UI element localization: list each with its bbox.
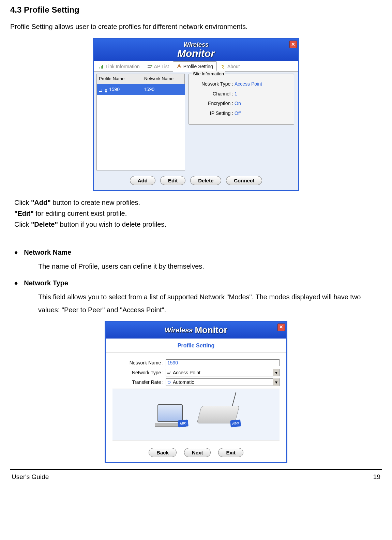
dialog-subtitle: Profile Setting [106, 339, 286, 353]
value-encryption: On [235, 100, 241, 107]
cell-profile-name: 1590 [109, 86, 120, 93]
label-ip-setting: IP Setting : [192, 109, 235, 117]
label-network-type: Network Type : [112, 369, 166, 376]
chevron-down-icon[interactable]: ▾ [273, 378, 279, 386]
intro-text: Profile Setting allows user to create pr… [10, 21, 382, 32]
tab-label: Link Information [106, 63, 140, 70]
cell-network-name: 1590 [142, 84, 185, 94]
ap-list-icon [147, 64, 153, 69]
footer-left: User's Guide [12, 472, 49, 482]
next-button[interactable]: Next [184, 448, 211, 457]
bullet-network-name: Network Name [24, 249, 71, 256]
column-profile-name[interactable]: Profile Name [97, 74, 142, 84]
tab-label: AP List [154, 63, 169, 70]
tab-about[interactable]: About [217, 61, 244, 72]
profile-list: Profile Name Network Name 1590 1590 [96, 74, 185, 170]
svg-point-4 [223, 68, 224, 69]
ap-icon [166, 371, 172, 375]
svg-point-3 [178, 64, 180, 66]
tab-bar: Link Information AP List Profile Setting… [94, 61, 298, 72]
footer-divider [10, 469, 382, 470]
illustration: ABC ABC [112, 389, 280, 440]
bullet-network-name-body: The name of Profile, users can define it… [38, 260, 382, 273]
value-network-type: Access Point [235, 80, 262, 88]
label-transfer-rate: Transfer Rate : [112, 378, 166, 386]
section-heading: 4.3 Profile Setting [10, 3, 382, 16]
exit-button[interactable]: Exit [218, 448, 243, 457]
abc-badge: ABC [230, 420, 241, 427]
laptop-icon: ABC [155, 404, 185, 425]
tab-link-information[interactable]: Link Information [95, 61, 144, 72]
table-row[interactable]: 1590 1590 [96, 84, 185, 95]
logo-bottom: Monitor [177, 48, 215, 59]
svg-rect-5 [99, 91, 102, 92]
abc-badge: ABC [178, 420, 189, 427]
group-legend: Site Information [192, 71, 225, 78]
ap-icon [99, 87, 103, 91]
column-network-name[interactable]: Network Name [142, 74, 185, 84]
bullet-network-type-body: This field allows you to select from a l… [38, 290, 382, 316]
dropdown-value: Access Point [172, 369, 273, 376]
dropdown-value: Automatic [172, 378, 273, 386]
bullet-icon: ♦ [14, 279, 18, 287]
profile-icon [177, 64, 182, 69]
svg-point-2 [151, 65, 152, 66]
svg-rect-1 [148, 67, 151, 68]
page-number: 19 [373, 472, 380, 482]
svg-rect-0 [148, 65, 151, 66]
network-name-input[interactable] [166, 359, 280, 366]
connect-button[interactable]: Connect [226, 176, 262, 185]
router-icon: ABC [199, 406, 237, 423]
tab-profile-setting[interactable]: Profile Setting [173, 61, 217, 72]
automatic-icon [166, 380, 172, 384]
paragraph-add: Click "Add" button to create new profile… [14, 197, 382, 208]
tab-label: Profile Setting [183, 63, 213, 70]
close-icon[interactable]: ✕ [277, 324, 285, 331]
bullet-icon: ♦ [14, 249, 18, 256]
back-button[interactable]: Back [149, 448, 177, 457]
tab-label: About [227, 63, 240, 70]
paragraph-edit: "Edit" for editing current exist profile… [14, 208, 382, 219]
logo-top: Wireless [177, 42, 215, 48]
svg-rect-7 [105, 91, 107, 92]
value-channel: 1 [235, 90, 237, 97]
add-button[interactable]: Add [130, 176, 155, 185]
about-icon [221, 64, 226, 69]
transfer-rate-dropdown[interactable]: Automatic ▾ [166, 378, 280, 386]
label-encryption: Encryption : [192, 100, 235, 107]
titlebar: Wireless Monitor ✕ [106, 322, 286, 339]
delete-button[interactable]: Delete [190, 176, 221, 185]
wireless-monitor-window: Wireless Monitor ✕ Link Information AP L… [93, 38, 299, 191]
close-icon[interactable]: ✕ [289, 41, 297, 48]
app-logo: Wireless Monitor [165, 326, 227, 335]
list-empty-area [96, 95, 185, 170]
app-logo: Wireless Monitor [177, 42, 215, 59]
value-ip-setting: Off [235, 109, 241, 117]
titlebar: Wireless Monitor ✕ [94, 39, 298, 61]
tab-ap-list[interactable]: AP List [144, 61, 173, 72]
label-network-type: Network Type : [192, 80, 235, 88]
site-information-group: Site Information Network Type :Access Po… [189, 74, 294, 125]
label-channel: Channel : [192, 90, 235, 97]
network-type-dropdown[interactable]: Access Point ▾ [166, 369, 280, 376]
edit-button[interactable]: Edit [160, 176, 185, 185]
label-network-name: Network Name : [112, 359, 166, 366]
profile-setting-dialog: Wireless Monitor ✕ Profile Setting Netwo… [105, 321, 287, 463]
bullet-network-type: Network Type [24, 279, 68, 287]
signal-icon [99, 64, 104, 69]
lock-icon [104, 87, 108, 91]
svg-rect-8 [167, 373, 170, 374]
paragraph-delete: Click "Delete" button if you wish to del… [14, 219, 382, 230]
chevron-down-icon[interactable]: ▾ [273, 369, 279, 376]
